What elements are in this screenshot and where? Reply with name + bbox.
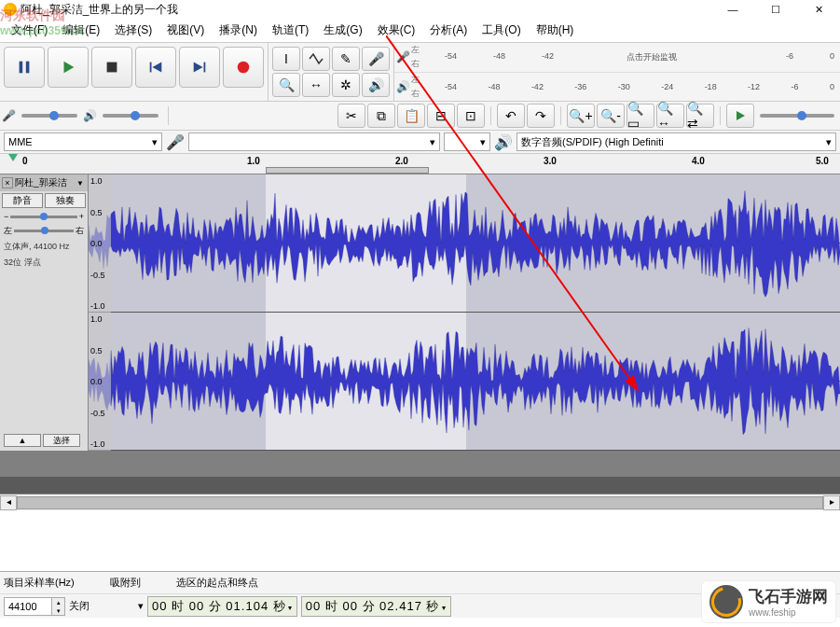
menu-select[interactable]: 选择(S) bbox=[107, 21, 159, 40]
play-at-speed-button[interactable] bbox=[726, 104, 754, 128]
stop-button[interactable] bbox=[91, 47, 132, 88]
multi-tool[interactable]: ✲ bbox=[332, 73, 360, 97]
pause-button[interactable] bbox=[4, 47, 45, 88]
menu-tracks[interactable]: 轨道(T) bbox=[265, 21, 316, 40]
track-depth: 32位 浮点 bbox=[0, 255, 88, 271]
track-collapse-button[interactable]: ▲ bbox=[4, 434, 41, 447]
speaker-icon: 🔊 bbox=[83, 109, 97, 122]
selection-start-time[interactable]: 00 时 00 分 01.104 秒▾ bbox=[147, 596, 297, 617]
window-title: 阿杜_郭采洁_世界上的另一个我 bbox=[21, 2, 178, 18]
timeline-ruler[interactable]: 0 1.0 2.0 3.0 4.0 5.0 bbox=[0, 154, 840, 174]
draw-tool[interactable]: ✎ bbox=[332, 47, 360, 71]
menu-generate[interactable]: 生成(G) bbox=[316, 21, 369, 40]
playback-volume-slider[interactable] bbox=[103, 114, 158, 118]
track-area-bottom bbox=[0, 477, 840, 494]
waveform-right-channel[interactable] bbox=[89, 313, 840, 451]
silence-button[interactable]: ⊡ bbox=[457, 104, 485, 128]
selection-end-time[interactable]: 00 时 00 分 02.417 秒▾ bbox=[301, 596, 451, 617]
recording-meter[interactable]: 🎤 左右 -54-48-42点击开始监视-60 bbox=[394, 43, 840, 73]
zoom-out-button[interactable]: 🔍- bbox=[597, 104, 625, 128]
recording-volume-slider[interactable] bbox=[21, 114, 77, 118]
redo-button[interactable]: ↷ bbox=[527, 104, 555, 128]
wave-label: 1.0 bbox=[90, 176, 109, 186]
cut-button[interactable]: ✂ bbox=[337, 104, 365, 128]
svg-rect-7 bbox=[204, 63, 206, 73]
envelope-tool[interactable] bbox=[302, 47, 330, 71]
solo-button[interactable]: 独奏 bbox=[45, 193, 86, 208]
quick-play-region[interactable] bbox=[266, 167, 429, 174]
selection-tool[interactable]: I bbox=[272, 47, 300, 71]
zoom-tool[interactable]: 🔍 bbox=[272, 73, 300, 97]
record-button[interactable] bbox=[223, 47, 264, 88]
pan-slider[interactable] bbox=[14, 230, 74, 232]
track-close-button[interactable]: × bbox=[2, 177, 13, 188]
brand-icon bbox=[709, 585, 743, 619]
track-menu-button[interactable]: ▼ bbox=[76, 179, 86, 188]
wave-label: -0.5 bbox=[90, 409, 109, 418]
svg-rect-1 bbox=[26, 62, 30, 74]
maximize-button[interactable]: ☐ bbox=[754, 0, 797, 19]
horizontal-scrollbar[interactable]: ◂ ▸ bbox=[0, 494, 840, 510]
audacity-logo bbox=[4, 3, 17, 16]
ruler-tick: 0 bbox=[22, 156, 28, 166]
ruler-tick: 5.0 bbox=[816, 156, 829, 166]
brand-watermark: 飞石手游网 www.feship bbox=[701, 580, 836, 623]
wave-label: 0.5 bbox=[90, 208, 109, 217]
close-button[interactable]: ✕ bbox=[797, 0, 840, 19]
wave-label: 0.0 bbox=[90, 239, 109, 248]
snap-select[interactable]: 关闭▾ bbox=[69, 599, 144, 613]
ruler-tick: 4.0 bbox=[692, 156, 705, 166]
playback-meter[interactable]: 🔊 左右 -54-48-42-36-30-24-18-12-60 bbox=[394, 73, 840, 102]
ruler-tick: 2.0 bbox=[395, 156, 408, 166]
paste-button[interactable]: 📋 bbox=[397, 104, 425, 128]
skip-end-button[interactable] bbox=[179, 47, 220, 88]
snap-label: 吸附到 bbox=[110, 576, 141, 590]
scroll-left-button[interactable]: ◂ bbox=[0, 495, 17, 510]
playback-device-select[interactable]: 数字音频(S/PDIF) (High Definiti▾ bbox=[516, 132, 836, 151]
recording-device-select[interactable]: ▾ bbox=[188, 132, 440, 151]
zoom-fit-button[interactable]: 🔍↔ bbox=[656, 104, 684, 128]
menu-view[interactable]: 视图(V) bbox=[159, 21, 212, 40]
playback-speed-slider[interactable] bbox=[760, 114, 834, 118]
menu-analyze[interactable]: 分析(A) bbox=[422, 21, 475, 40]
menu-help[interactable]: 帮助(H) bbox=[529, 21, 582, 40]
menu-transport[interactable]: 播录(N) bbox=[212, 21, 265, 40]
mute-button[interactable]: 静音 bbox=[2, 193, 43, 208]
skip-start-button[interactable] bbox=[135, 47, 176, 88]
menu-effect[interactable]: 效果(C) bbox=[370, 21, 423, 40]
ruler-tick: 1.0 bbox=[247, 156, 260, 166]
menu-file[interactable]: 文件(F) bbox=[4, 21, 55, 40]
menu-edit[interactable]: 编辑(E) bbox=[55, 21, 107, 40]
track-name[interactable]: 阿杜_郭采洁 bbox=[15, 176, 76, 189]
copy-button[interactable]: ⧉ bbox=[367, 104, 395, 128]
timeshift-tool[interactable]: ↔ bbox=[302, 73, 330, 97]
play-button[interactable] bbox=[48, 47, 89, 88]
track-select-button[interactable]: 选择 bbox=[43, 434, 80, 447]
zoom-in-button[interactable]: 🔍+ bbox=[567, 104, 595, 128]
menu-tools[interactable]: 工具(O) bbox=[475, 21, 528, 40]
wave-label: -1.0 bbox=[90, 301, 109, 311]
speaker-level-icon[interactable]: 🔊 bbox=[362, 73, 390, 97]
zoom-toggle-button[interactable]: 🔍⇄ bbox=[686, 104, 714, 128]
undo-button[interactable]: ↶ bbox=[497, 104, 525, 128]
menubar: 文件(F) 编辑(E) 选择(S) 视图(V) 播录(N) 轨道(T) 生成(G… bbox=[0, 19, 840, 42]
wave-label: 1.0 bbox=[90, 314, 109, 324]
wave-label: -1.0 bbox=[90, 439, 109, 449]
trim-button[interactable]: ⊟ bbox=[427, 104, 455, 128]
svg-rect-3 bbox=[107, 63, 117, 73]
scroll-right-button[interactable]: ▸ bbox=[823, 495, 840, 510]
sample-rate-select[interactable]: ▴▾ bbox=[4, 597, 65, 616]
speaker-icon: 🔊 bbox=[494, 133, 513, 151]
minimize-button[interactable]: — bbox=[711, 0, 754, 19]
brand-name: 飞石手游网 bbox=[749, 586, 828, 607]
recording-channels-select[interactable]: ▾ bbox=[444, 132, 490, 151]
mic-icon: 🎤 bbox=[2, 109, 16, 122]
mic-level-icon[interactable]: 🎤 bbox=[362, 47, 390, 71]
audio-host-select[interactable]: MME▾ bbox=[4, 132, 162, 151]
selection-label: 选区的起点和终点 bbox=[176, 576, 258, 590]
mic-icon: 🎤 bbox=[394, 43, 411, 72]
gain-slider[interactable] bbox=[10, 216, 76, 218]
svg-rect-0 bbox=[20, 62, 23, 74]
waveform-left-channel[interactable] bbox=[89, 174, 840, 313]
zoom-selection-button[interactable]: 🔍▭ bbox=[627, 104, 654, 128]
